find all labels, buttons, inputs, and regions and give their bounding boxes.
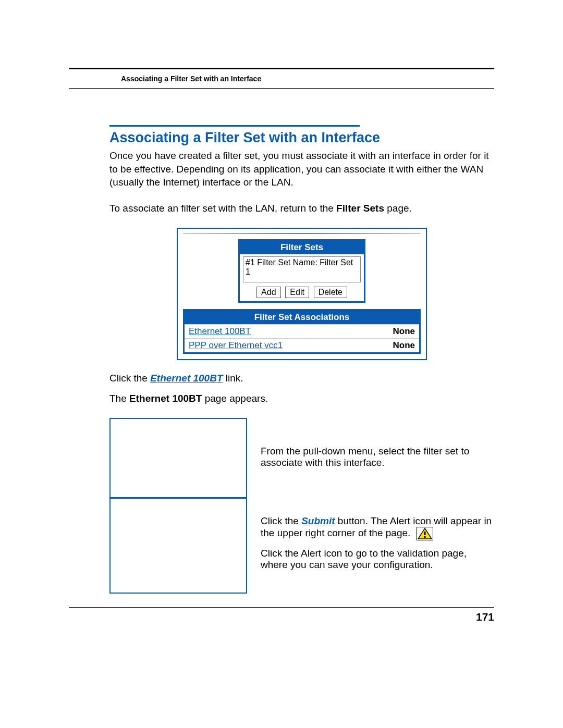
filter-set-associations-table: Filter Set Associations Ethernet 100BT N… bbox=[183, 309, 421, 354]
svg-rect-3 bbox=[424, 536, 425, 538]
filter-sets-figure: Filter Sets #1 Filter Set Name: Filter S… bbox=[177, 228, 427, 360]
delete-button[interactable]: Delete bbox=[314, 287, 347, 298]
svg-rect-2 bbox=[424, 532, 425, 535]
instruction-paragraph: To associate an filter set with the LAN,… bbox=[109, 202, 494, 215]
page-title: Associating a Filter Set with an Interfa… bbox=[109, 130, 494, 146]
screenshot-placeholder bbox=[109, 418, 247, 594]
step3-text: Click the Alert icon to go to the valida… bbox=[261, 548, 494, 571]
table-row: PPP over Ethernet vcc1 None bbox=[184, 338, 420, 353]
add-button[interactable]: Add bbox=[256, 287, 280, 298]
assoc-value: None bbox=[365, 338, 420, 353]
filter-sets-header: Filter Sets bbox=[239, 240, 365, 254]
figure-top-rule bbox=[183, 233, 421, 234]
ethernet-100bt-link[interactable]: Ethernet 100BT bbox=[189, 326, 251, 336]
ethernet-100bt-bold: Ethernet 100BT bbox=[129, 393, 202, 404]
filter-sets-table: Filter Sets #1 Filter Set Name: Filter S… bbox=[238, 239, 365, 303]
intro-paragraph: Once you have created a filter set, you … bbox=[109, 149, 494, 189]
running-head: Associating a Filter Set with an Interfa… bbox=[69, 69, 494, 83]
filter-sets-label: Filter Sets bbox=[336, 203, 384, 214]
alert-icon[interactable] bbox=[417, 527, 433, 540]
placeholder-top bbox=[111, 419, 246, 497]
header-rule bbox=[69, 88, 494, 89]
assoc-value: None bbox=[365, 324, 420, 338]
text: To associate an filter set with the LAN,… bbox=[109, 203, 336, 214]
placeholder-bottom bbox=[111, 499, 246, 593]
page-appears-line: The Ethernet 100BT page appears. bbox=[109, 392, 494, 405]
list-item[interactable]: #1 Filter Set Name: Filter Set 1 bbox=[246, 258, 353, 276]
steps-figure: From the pull-down menu, select the filt… bbox=[109, 418, 494, 594]
text: page. bbox=[384, 203, 412, 214]
text: link. bbox=[223, 373, 243, 384]
page-number: 171 bbox=[69, 608, 494, 623]
submit-link[interactable]: Submit bbox=[301, 515, 335, 526]
ethernet-100bt-inline-link[interactable]: Ethernet 100BT bbox=[150, 373, 223, 384]
text: From the pull-down menu, select the filt… bbox=[261, 446, 494, 468]
filter-set-listbox[interactable]: #1 Filter Set Name: Filter Set 1 bbox=[243, 256, 361, 282]
table-row: Ethernet 100BT None bbox=[184, 324, 420, 338]
step1-text: From the pull-down menu, select the filt… bbox=[261, 418, 494, 496]
text: page appears. bbox=[202, 393, 268, 404]
associations-header: Filter Set Associations bbox=[184, 310, 420, 324]
click-ethernet-line: Click the Ethernet 100BT link. bbox=[109, 372, 494, 385]
text: The bbox=[109, 393, 129, 404]
step2-block: Click the Submit button. The Alert icon … bbox=[261, 496, 494, 590]
text: Click the bbox=[109, 373, 150, 384]
text: Click the bbox=[261, 515, 301, 526]
ppp-over-ethernet-link[interactable]: PPP over Ethernet vcc1 bbox=[189, 340, 283, 350]
edit-button[interactable]: Edit bbox=[285, 287, 309, 298]
title-rule bbox=[109, 125, 360, 127]
